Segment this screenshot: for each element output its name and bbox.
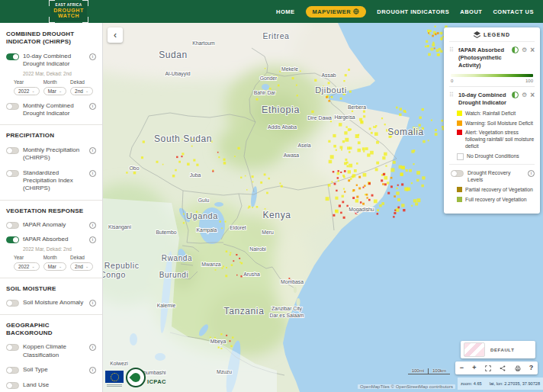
svg-text:Hargeisa: Hargeisa [334, 114, 355, 120]
info-icon[interactable]: i [89, 344, 96, 351]
layer-toggle[interactable] [6, 300, 19, 307]
basemap-selector[interactable]: DEFAULT [461, 341, 535, 358]
svg-text:Gulu: Gulu [198, 198, 210, 203]
date-selectors: Year2022⌄MonthMar⌄Dekad2nd⌄ [14, 79, 96, 95]
recovery-class-row: Partial recovery of Vegetation [457, 187, 535, 194]
info-icon[interactable]: i [89, 300, 96, 307]
logo-bracket [82, 0, 88, 6]
icpac-wordmark: ICPAC [147, 378, 166, 385]
selector-dropdown[interactable]: 2nd⌄ [70, 87, 93, 95]
chevron-down-icon: ⌄ [85, 264, 88, 268]
layer-date-subtext: 2022 Mar, Dekad: 2nd [23, 246, 96, 252]
settings-icon[interactable]: ⚙ [522, 92, 527, 98]
status-zoom: zoom: 4.65 [461, 381, 482, 386]
svg-text:Mogadishu: Mogadishu [349, 207, 374, 213]
info-icon[interactable]: i [89, 53, 96, 60]
layer-label: Koppen Climate Classification [23, 343, 86, 359]
selector-label: Dekad [70, 79, 93, 85]
section-heading: SOIL MOISTURE [6, 285, 96, 293]
layer-toggle[interactable] [6, 236, 19, 243]
selector-dropdown[interactable]: Mar⌄ [43, 87, 66, 95]
layer-toggle[interactable] [6, 222, 19, 229]
opacity-toggle-icon[interactable] [512, 92, 519, 98]
selector-dekad: Dekad2nd⌄ [70, 79, 93, 95]
layer-toggle-row: fAPAR Absorbedi [6, 236, 96, 243]
share-icon[interactable] [500, 365, 506, 371]
map-canvas[interactable]: KhartoumAl-UbayyidGonderMekeleAssabBahir… [103, 23, 543, 392]
nav-home[interactable]: HOME [276, 8, 295, 15]
layer-toggle[interactable] [6, 344, 19, 351]
svg-text:Sudan: Sudan [159, 50, 188, 60]
zoom-out-button[interactable]: − [460, 365, 464, 371]
nav-drought-indicators[interactable]: DROUGHT INDICATORS [377, 8, 449, 15]
svg-text:Kalemie: Kalemie [157, 303, 176, 308]
selector-dropdown[interactable]: 2022⌄ [14, 87, 40, 95]
svg-text:Obo: Obo [130, 165, 140, 171]
info-icon[interactable]: i [89, 222, 96, 229]
selector-dropdown[interactable]: 2nd⌄ [70, 262, 93, 271]
class-label: No Drought Conditions [467, 153, 519, 160]
drag-handle-icon[interactable]: ⠿ [449, 92, 456, 98]
info-icon[interactable]: i [89, 170, 96, 177]
selector-dekad: Dekad2nd⌄ [70, 255, 93, 271]
settings-icon[interactable]: ⚙ [522, 47, 527, 53]
legend-class-row: Watch: Rainfall Deficit [457, 111, 535, 117]
fullscreen-icon[interactable] [485, 365, 491, 371]
selector-label: Year [14, 79, 40, 85]
drag-handle-icon[interactable]: ⠿ [449, 47, 456, 53]
nav-mapviewer[interactable]: MAPVIEWER [306, 6, 367, 18]
svg-text:Al-Ubayyid: Al-Ubayyid [165, 71, 191, 77]
nav-about[interactable]: ABOUT [460, 8, 482, 15]
fapar-gradient-bar [451, 74, 533, 77]
app-logo[interactable]: EAST AFRICA DROUGHT WATCH [50, 2, 87, 21]
nav-label: CONTACT US [493, 8, 534, 15]
selector-value: 2022 [18, 264, 29, 269]
svg-text:Awasa: Awasa [284, 153, 299, 158]
class-swatch [457, 111, 462, 116]
logo-bracket [82, 17, 88, 23]
selector-year: Year2022⌄ [14, 255, 40, 271]
layer-toggle[interactable] [6, 382, 19, 389]
layer-toggle[interactable] [6, 53, 19, 60]
svg-text:Kolwezi: Kolwezi [110, 361, 128, 366]
close-icon[interactable]: × [530, 47, 535, 53]
sidebar-collapse-button[interactable]: ‹ [108, 27, 123, 43]
info-icon[interactable]: i [528, 170, 535, 177]
svg-text:Bahir Dar: Bahir Dar [254, 90, 276, 95]
opacity-toggle-icon[interactable] [512, 47, 519, 53]
class-label: Alert: Vegetation stress following rainf… [465, 130, 535, 149]
info-icon[interactable]: i [89, 147, 96, 154]
layer-date-subtext: 2022 Mar, Dekad: 2nd [23, 71, 96, 76]
print-icon[interactable] [515, 365, 521, 371]
selector-value: Mar [48, 264, 56, 269]
info-icon[interactable]: i [89, 103, 96, 110]
drought-recovery-toggle[interactable] [451, 170, 464, 177]
svg-text:Rwanda: Rwanda [162, 254, 192, 262]
logo-line3: WATCH [58, 13, 79, 18]
selector-dropdown[interactable]: Mar⌄ [43, 262, 66, 271]
basemap-thumbnail [464, 342, 485, 357]
nav-contact-us[interactable]: CONTACT US [493, 8, 534, 15]
class-label: Full recovery of Vegetation [465, 197, 526, 204]
svg-text:Tanzania: Tanzania [224, 306, 265, 316]
info-icon[interactable]: i [89, 236, 96, 243]
layer-item: Koppen Climate Classificationi [6, 343, 96, 359]
class-label: Warning: Soil Moisture Deficit [465, 120, 533, 127]
logo-line2: DROUGHT [53, 8, 84, 13]
help-button[interactable]: ? [529, 365, 534, 371]
layer-toggle[interactable] [6, 170, 19, 177]
layer-toggle-row: Soil Moisture Anomalyi [6, 299, 96, 307]
layer-toggle[interactable] [6, 103, 19, 110]
drought-recovery-section: Drought Recovery Levels i Partial recove… [449, 164, 535, 204]
layer-toggle[interactable] [6, 147, 19, 154]
legend-class-row: Warning: Soil Moisture Deficit [457, 120, 535, 127]
layer-toggle[interactable] [6, 367, 19, 374]
map-attribution[interactable]: OpenMapTiles © OpenStreetMap contributor… [358, 384, 455, 389]
section-heading: VEGETATION RESPONSE [6, 207, 96, 215]
close-icon[interactable]: × [530, 92, 535, 98]
class-label: Partial recovery of Vegetation [465, 187, 533, 194]
info-icon[interactable]: i [89, 367, 96, 374]
layer-label: Standardized Precipitation Index (CHIRPS… [23, 169, 86, 193]
selector-dropdown[interactable]: 2022⌄ [14, 262, 40, 271]
zoom-in-button[interactable]: + [472, 365, 476, 371]
